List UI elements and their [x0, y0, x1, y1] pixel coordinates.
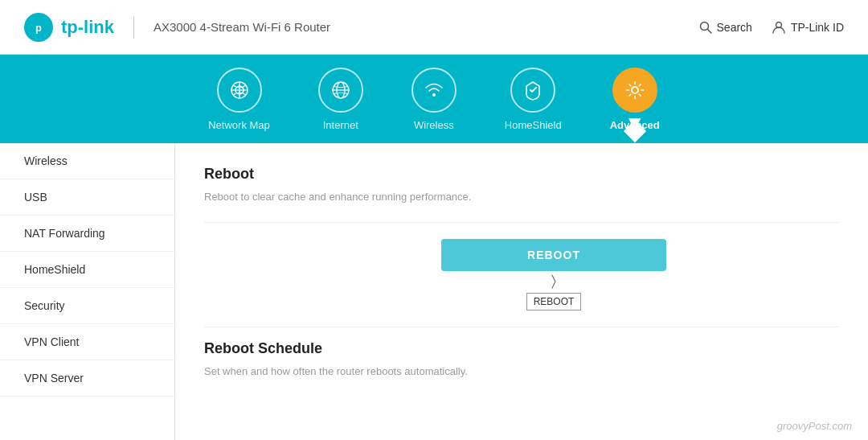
wireless-label: Wireless	[414, 119, 454, 131]
nav-item-advanced[interactable]: Advanced	[610, 68, 660, 131]
network-map-icon	[228, 79, 251, 101]
svg-text:p: p	[35, 22, 42, 34]
homeshield-icon	[522, 79, 544, 101]
brand-name: tp-link	[61, 17, 114, 38]
internet-icon	[330, 79, 352, 101]
section-divider-2	[204, 327, 839, 327]
sidebar-item-vpn-server[interactable]: VPN Server	[0, 360, 174, 397]
svg-point-13	[632, 87, 638, 93]
account-label: TP-Link ID	[791, 21, 844, 34]
tp-link-logo-icon: p	[24, 13, 53, 42]
reboot-section-title: Reboot	[204, 166, 839, 183]
svg-line-21	[628, 93, 631, 96]
reboot-btn-area: REBOOT 〉 REBOOT	[268, 239, 839, 310]
svg-line-20	[638, 84, 641, 86]
tplink-id-button[interactable]: TP-Link ID	[772, 20, 844, 35]
reboot-button[interactable]: REBOOT	[441, 239, 666, 271]
search-button[interactable]: Search	[699, 21, 752, 34]
account-icon	[772, 20, 786, 35]
wireless-icon-circle	[411, 68, 457, 113]
sidebar-item-homeshield[interactable]: HomeShield	[0, 252, 174, 288]
reboot-schedule-desc: Set when and how often the router reboot…	[204, 365, 839, 377]
advanced-icon-circle	[612, 68, 657, 113]
nav-item-homeshield[interactable]: HomeShield	[505, 68, 562, 131]
sidebar-item-wireless[interactable]: Wireless	[0, 143, 174, 179]
content-area: Reboot Reboot to clear cache and enhance…	[175, 143, 868, 440]
sidebar-item-nat-forwarding[interactable]: NAT Forwarding	[0, 216, 174, 252]
homeshield-icon-circle	[510, 68, 555, 113]
sidebar: Wireless USB NAT Forwarding HomeShield S…	[0, 143, 175, 440]
reboot-section-desc: Reboot to clear cache and enhance runnin…	[204, 191, 839, 203]
search-label: Search	[717, 21, 752, 34]
svg-line-19	[638, 93, 641, 96]
nav-item-internet[interactable]: Internet	[318, 68, 363, 131]
watermark: groovyPost.com	[777, 420, 852, 432]
internet-icon-circle	[318, 68, 363, 113]
sidebar-item-usb[interactable]: USB	[0, 179, 174, 216]
header-right: Search TP-Link ID	[699, 20, 844, 35]
advanced-icon	[624, 79, 646, 101]
main-layout: Wireless USB NAT Forwarding HomeShield S…	[0, 143, 868, 440]
nav-bar: Network Map Internet Wireless	[0, 55, 868, 143]
search-icon	[699, 21, 712, 34]
model-name: AX3000 4-Stream Wi-Fi 6 Router	[154, 20, 330, 34]
reboot-schedule-title: Reboot Schedule	[204, 340, 839, 357]
network-map-label: Network Map	[208, 119, 270, 131]
svg-point-12	[432, 93, 436, 97]
sidebar-item-security[interactable]: Security	[0, 288, 174, 324]
svg-line-3	[707, 29, 711, 33]
wireless-icon	[423, 79, 445, 101]
sidebar-item-vpn-client[interactable]: VPN Client	[0, 324, 174, 360]
internet-label: Internet	[323, 119, 358, 131]
header-divider	[133, 16, 134, 39]
nav-item-network-map[interactable]: Network Map	[208, 68, 270, 131]
cursor-pointer-icon: 〉	[551, 273, 556, 290]
network-map-icon-circle	[217, 68, 262, 113]
nav-item-wireless[interactable]: Wireless	[411, 68, 457, 131]
homeshield-label: HomeShield	[505, 119, 562, 131]
reboot-tooltip: REBOOT	[526, 293, 582, 310]
logo-area: p tp-link AX3000 4-Stream Wi-Fi 6 Router	[24, 13, 330, 42]
section-divider-1	[204, 222, 839, 223]
header: p tp-link AX3000 4-Stream Wi-Fi 6 Router…	[0, 0, 868, 55]
svg-line-18	[628, 84, 631, 86]
